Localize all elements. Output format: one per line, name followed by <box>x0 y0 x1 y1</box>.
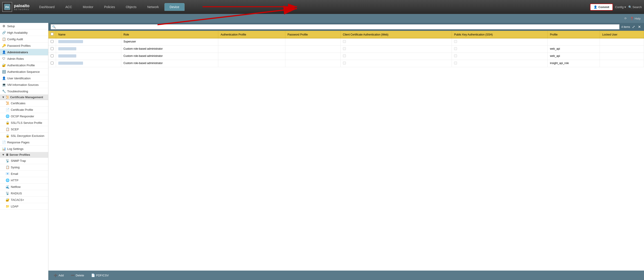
row2-client-cert <box>340 46 452 53</box>
tab-objects[interactable]: Objects <box>120 3 142 11</box>
row3-client-cert-check[interactable] <box>343 54 346 57</box>
config-link[interactable]: Config ▾ <box>615 5 626 9</box>
password-profiles-icon: 🔑 <box>2 44 6 48</box>
sidebar-item-syslog[interactable]: 📋 Syslog <box>0 164 48 171</box>
tab-policies[interactable]: Policies <box>99 3 120 11</box>
ssl-decrypt-icon: 🔒 <box>6 134 10 138</box>
sidebar-label-snmp: SNMP Trap <box>11 159 26 162</box>
add-button[interactable]: ➕ Add <box>52 273 66 278</box>
sidebar-item-snmp-trap[interactable]: 📡 SNMP Trap <box>0 158 48 164</box>
sidebar-item-ocsp[interactable]: 🌐 OCSP Responder <box>0 113 48 120</box>
col-checkbox <box>48 31 56 38</box>
sidebar-item-scep[interactable]: 📋 SCEP <box>0 126 48 133</box>
sidebar-label-radius: RADIUS <box>11 192 22 195</box>
col-role[interactable]: Role <box>121 31 218 38</box>
certificates-icon: 📜 <box>6 101 10 105</box>
sidebar-item-authentication-sequence[interactable]: 🔢 Authentication Sequence <box>0 68 48 75</box>
row4-client-cert-check[interactable] <box>343 62 346 64</box>
tab-monitor[interactable]: Monitor <box>78 3 98 11</box>
sidebar-item-cert-profile[interactable]: 📄 Certificate Profile <box>0 106 48 113</box>
pdf-csv-button[interactable]: 📄 PDF/CSV <box>89 273 110 278</box>
sidebar-group-server-profiles[interactable]: ▼ 🖥 Server Profiles <box>0 152 48 158</box>
refresh-button[interactable]: ⟳ <box>624 17 627 20</box>
col-name[interactable]: Name <box>56 31 121 38</box>
row1-name[interactable] <box>56 38 121 46</box>
sidebar-item-netflow[interactable]: 🌊 Netflow <box>0 184 48 190</box>
row1-checkbox[interactable] <box>51 40 54 43</box>
delete-button[interactable]: ➖ Delete <box>69 273 86 278</box>
row1-profile <box>548 38 600 46</box>
col-client-cert[interactable]: Client Certificate Authentication (Web) <box>340 31 452 38</box>
row1-checkbox-cell <box>48 38 56 46</box>
row3-public-key-check[interactable] <box>454 54 457 57</box>
sidebar-label-syslog: Syslog <box>11 166 20 169</box>
row1-client-cert <box>340 38 452 46</box>
sidebar-item-ldap[interactable]: 📁 LDAP <box>0 203 48 210</box>
sidebar-item-ssl-tls[interactable]: 🔒 SSL/TLS Service Profile <box>0 120 48 126</box>
sidebar-item-config-audit[interactable]: 📋 Config Audit <box>0 36 48 42</box>
sidebar-item-setup[interactable]: ⚙ Setup <box>0 23 48 29</box>
col-locked-user[interactable]: Locked User <box>600 31 644 38</box>
sidebar-label-setup: Setup <box>7 24 15 28</box>
export-button[interactable]: ⤢ <box>631 24 636 29</box>
blurred-name-2 <box>58 47 76 50</box>
row4-checkbox[interactable] <box>51 62 54 64</box>
row3-checkbox[interactable] <box>51 54 54 57</box>
sidebar-group-cert-mgmt[interactable]: ▼ 📜 Certificate Management <box>0 95 48 100</box>
tab-dashboard[interactable]: Dashboard <box>34 3 60 11</box>
tab-network[interactable]: Network <box>142 3 164 11</box>
sidebar-item-response-pages[interactable]: 📄 Response Pages <box>0 139 48 146</box>
search-link[interactable]: 🔍 Search <box>628 5 642 9</box>
logo-icon: PA <box>4 3 10 10</box>
help-link[interactable]: ❓ Help <box>630 17 640 20</box>
sidebar-item-email[interactable]: 📧 Email <box>0 171 48 177</box>
sidebar-label-certificates: Certificates <box>11 102 26 105</box>
sidebar-item-admin-roles[interactable]: 🛡 Admin Roles <box>0 55 48 62</box>
row4-profile: insight_api_role <box>548 60 600 67</box>
sidebar-item-vm-info[interactable]: 💻 VM Information Sources <box>0 82 48 88</box>
chevron-down-icon-server: ▼ <box>2 153 5 156</box>
tab-acc[interactable]: ACC <box>60 3 78 11</box>
row4-public-key-check[interactable] <box>454 62 457 64</box>
user-id-icon: 👤 <box>2 76 6 80</box>
close-search-button[interactable]: ✕ <box>637 24 642 29</box>
sidebar-item-http[interactable]: 🌐 HTTP <box>0 177 48 184</box>
row2-checkbox[interactable] <box>51 47 54 50</box>
col-public-key[interactable]: Public Key Authentication (SSH) <box>452 31 548 38</box>
row2-name[interactable] <box>56 46 121 53</box>
row1-client-cert-check[interactable] <box>343 40 346 43</box>
commit-button[interactable]: 👤 Commit <box>590 3 613 10</box>
search-input[interactable] <box>57 25 618 28</box>
row3-client-cert <box>340 53 452 60</box>
logo: PA paloalto NETWORKS <box>2 2 30 12</box>
col-password-profile[interactable]: Password Profile <box>285 31 340 38</box>
row2-public-key-check[interactable] <box>454 47 457 50</box>
sidebar-item-log-settings[interactable]: 📊 Log Settings <box>0 146 48 152</box>
row3-name[interactable] <box>56 53 121 60</box>
sidebar-label-scep: SCEP <box>11 128 19 131</box>
row3-locked-user <box>600 53 644 60</box>
row2-client-cert-check[interactable] <box>343 47 346 50</box>
sidebar-item-password-profiles[interactable]: 🔑 Password Profiles <box>0 42 48 49</box>
col-profile[interactable]: Profile <box>548 31 600 38</box>
row4-name[interactable] <box>56 60 121 67</box>
sidebar-item-high-availability[interactable]: 🔗 High Availability <box>0 29 48 36</box>
sidebar-item-certificates[interactable]: 📜 Certificates <box>0 100 48 106</box>
tab-device[interactable]: Device <box>164 3 184 11</box>
sidebar-item-troubleshooting[interactable]: 🔧 Troubleshooting <box>0 88 48 95</box>
auth-profile-icon: 🔐 <box>2 63 6 67</box>
select-all-checkbox[interactable] <box>51 32 54 35</box>
row4-checkbox-cell <box>48 60 56 67</box>
col-auth-profile[interactable]: Authentication Profile <box>218 31 285 38</box>
sidebar-item-user-identification[interactable]: 👤 User Identification <box>0 75 48 82</box>
sidebar-item-ssl-decryption[interactable]: 🔒 SSL Decryption Exclusion <box>0 133 48 139</box>
sidebar-item-authentication-profile[interactable]: 🔐 Authentication Profile <box>0 62 48 68</box>
sidebar-label-password-profiles: Password Profiles <box>7 44 30 47</box>
sidebar-item-tacacs[interactable]: 🔐 TACACS+ <box>0 197 48 203</box>
nav-right: 👤 Commit Config ▾ 🔍 Search <box>590 3 642 10</box>
sidebar-item-radius[interactable]: 📡 RADIUS <box>0 190 48 197</box>
auth-sequence-icon: 🔢 <box>2 70 6 74</box>
row1-public-key-check[interactable] <box>454 40 457 43</box>
sidebar-item-administrators[interactable]: 👤 Administrators <box>0 49 48 55</box>
logo-text-group: paloalto NETWORKS <box>14 3 30 10</box>
